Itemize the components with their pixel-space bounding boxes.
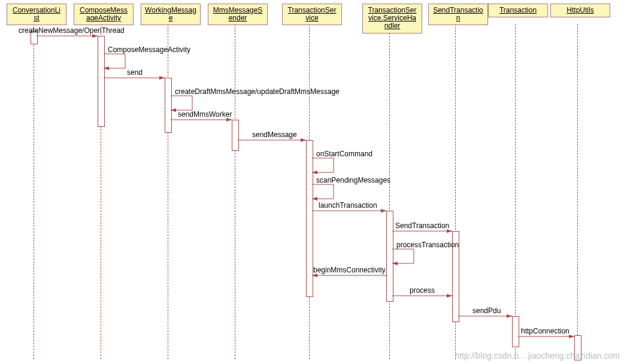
lifeline (389, 24, 390, 359)
participant-p5: TransactionService.ServiceHandler (362, 4, 422, 34)
participant-p1: ComposeMessageActivity (74, 4, 134, 25)
message-label: createDraftMmsMessage/updateDraftMmsMess… (175, 87, 340, 96)
activation-bar (98, 36, 105, 127)
message-label: onStartCommand (316, 150, 372, 158)
lifeline (34, 24, 34, 359)
participant-p4: TransactionService (282, 4, 342, 25)
message-label: launchTransaction (319, 201, 377, 210)
lifeline (515, 24, 516, 359)
message-label: ComposeMessageActivity (108, 46, 190, 54)
message-label: createNewMessage/OpenThread (19, 26, 125, 35)
participant-p0: ConversationList (7, 4, 66, 25)
message-label: processTransaction (396, 241, 459, 249)
participant-p6: SendTransaction (428, 4, 488, 25)
participant-p2: WorkingMessage (141, 4, 201, 25)
message-label: beginMmsConnectivity (313, 266, 386, 274)
message-label: process (410, 286, 435, 295)
message-label: SendTransaction (395, 222, 449, 230)
participant-p8: HttpUtils (550, 4, 610, 17)
message-label: send (127, 68, 143, 77)
message-label: scanPendingMessages (316, 176, 390, 184)
arrows-layer (0, 0, 627, 364)
activation-bar (386, 211, 393, 302)
lifeline (235, 24, 235, 359)
message-label: httpConnection (521, 327, 570, 335)
watermark-text: http://blog.csdn.n... jiaocheng.chazidia… (455, 351, 620, 360)
message-label: sendMessage (252, 131, 297, 139)
activation-bar (232, 120, 239, 151)
activation-bar (306, 140, 313, 297)
lifeline (168, 24, 168, 359)
activation-bar (512, 316, 519, 347)
participant-p3: MmsMessageSender (208, 4, 268, 25)
activation-bar (165, 78, 172, 133)
participant-p7: Transaction (488, 4, 548, 17)
sequence-diagram: ConversationListComposeMessageActivityWo… (0, 0, 627, 364)
message-label: sendPdu (472, 307, 501, 315)
message-label: sendMmsWorker (178, 110, 232, 119)
lifeline (577, 24, 578, 359)
